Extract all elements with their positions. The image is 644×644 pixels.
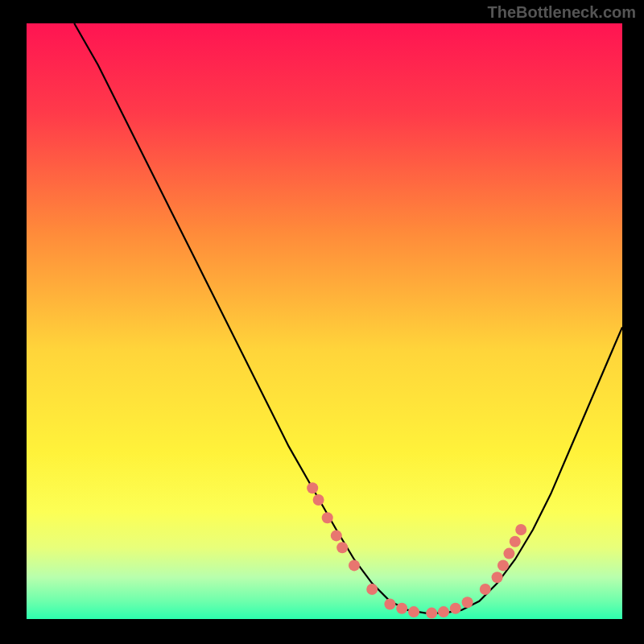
marker-point (408, 606, 419, 617)
marker-point (349, 559, 360, 571)
marker-point (322, 512, 333, 523)
marker-point (480, 584, 491, 595)
marker-point (313, 494, 324, 506)
chart-container: TheBottleneck.com (0, 0, 644, 644)
marker-point (426, 608, 437, 619)
marker-point (331, 530, 342, 541)
marker-point (492, 572, 503, 583)
marker-point (438, 606, 449, 617)
watermark-text: TheBottleneck.com (488, 3, 636, 22)
plot-svg (27, 23, 622, 619)
marker-point (462, 597, 473, 608)
marker-point (510, 536, 521, 547)
marker-point (396, 603, 407, 614)
marker-point (336, 542, 348, 553)
marker-point (384, 599, 395, 610)
marker-point (366, 584, 378, 595)
marker-point (450, 603, 461, 614)
marker-point (515, 524, 526, 535)
marker-point (503, 548, 514, 559)
marker-point (307, 482, 318, 493)
marker-point (497, 559, 509, 571)
